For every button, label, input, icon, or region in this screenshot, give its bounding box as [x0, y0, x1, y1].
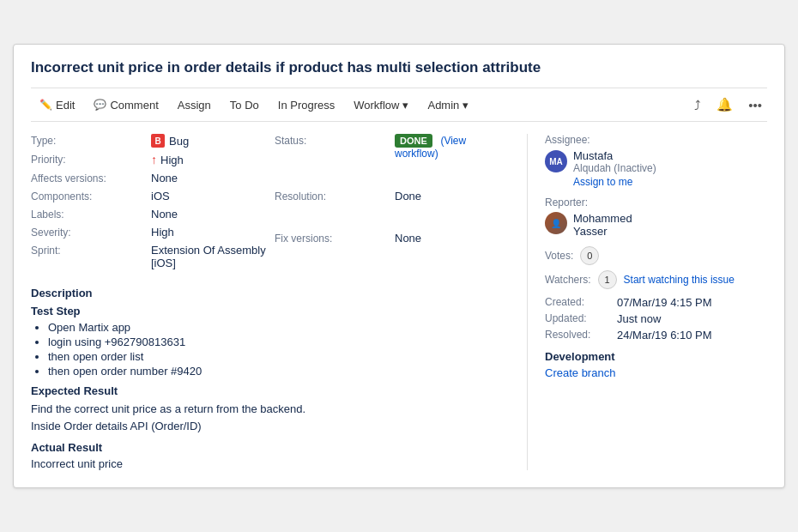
- resolved-row: Resolved: 24/Mar/19 6:10 PM: [545, 329, 767, 342]
- assignee-surname: Alqudah (Inactive): [573, 162, 656, 174]
- fix-value: None: [395, 232, 510, 269]
- type-value: B Bug: [151, 134, 266, 148]
- workflow-button[interactable]: Workflow ▾: [345, 95, 417, 115]
- development-section: Development Create branch: [545, 350, 767, 379]
- fix-label: Fix versions:: [275, 232, 386, 269]
- dates-section: Created: 07/Mar/19 4:15 PM Updated: Just…: [545, 296, 767, 342]
- votes-section: Votes: 0 Watchers: 1 Start watching this…: [545, 246, 767, 289]
- inprogress-button[interactable]: In Progress: [269, 95, 343, 115]
- comment-icon: 💬: [94, 99, 106, 111]
- start-watching-link[interactable]: Start watching this issue: [624, 274, 735, 286]
- toolbar-right: ⤴ 🔔 •••: [689, 94, 767, 116]
- list-item: login using +962790813631: [48, 336, 510, 348]
- edit-icon: ✏️: [39, 99, 52, 111]
- severity-label: Severity:: [31, 226, 142, 239]
- votes-row: Votes: 0: [545, 246, 767, 265]
- expected-text-1: Find the correct unit price as a return …: [31, 401, 510, 418]
- chevron-down-icon: ▾: [462, 99, 469, 112]
- feedback-button[interactable]: 🔔: [711, 94, 738, 116]
- affects-value: None: [151, 172, 266, 184]
- right-panel: Assignee: MA Mustafa Alqudah (Inactive) …: [527, 134, 767, 470]
- actual-heading: Actual Result: [31, 441, 510, 454]
- reporter-row: 👤 Mohammed Yasser: [545, 212, 767, 238]
- todo-button[interactable]: To Do: [221, 95, 268, 115]
- status-label: Status:: [275, 134, 386, 184]
- left-details: Type: B Bug Priority: ↑ High Affects ver…: [31, 134, 266, 269]
- admin-button[interactable]: Admin ▾: [419, 95, 477, 115]
- list-item: then open order list: [48, 350, 510, 363]
- chevron-down-icon: ▾: [402, 99, 408, 112]
- description-section: Description Test Step Open Martix app lo…: [31, 287, 510, 470]
- updated-row: Updated: Just now: [545, 312, 767, 325]
- edit-button[interactable]: ✏️ Edit: [31, 95, 83, 115]
- resolved-label: Resolved:: [545, 329, 614, 342]
- issue-title: Incorrect unit price in order details if…: [31, 58, 767, 77]
- toolbar: ✏️ Edit 💬 Comment Assign To Do In Progre…: [31, 88, 767, 122]
- more-button[interactable]: •••: [743, 94, 767, 116]
- assignee-row: MA Mustafa Alqudah (Inactive) Assign to …: [545, 149, 767, 188]
- reporter-surname: Yasser: [573, 225, 632, 238]
- bug-icon: B: [151, 134, 165, 148]
- reporter-avatar: 👤: [545, 212, 567, 234]
- details-section: Type: B Bug Priority: ↑ High Affects ver…: [31, 134, 510, 278]
- list-item: Open Martix app: [48, 321, 510, 334]
- expected-text-2: Inside Order details API (Order/ID): [31, 418, 510, 435]
- status-done-badge: DONE: [395, 134, 432, 148]
- votes-count: 0: [580, 246, 599, 265]
- assignee-name: Mustafa: [573, 149, 656, 162]
- labels-label: Labels:: [31, 208, 142, 221]
- assignee-avatar: MA: [545, 150, 567, 172]
- left-panel: Type: B Bug Priority: ↑ High Affects ver…: [31, 134, 527, 470]
- content-area: Type: B Bug Priority: ↑ High Affects ver…: [31, 134, 767, 470]
- assignee-info: Mustafa Alqudah (Inactive) Assign to me: [573, 149, 656, 188]
- right-details: Status: DONE (View workflow) Resolution:…: [275, 134, 510, 269]
- resolved-value: 24/Mar/19 6:10 PM: [617, 329, 767, 342]
- created-label: Created:: [545, 296, 614, 309]
- expected-heading: Expected Result: [31, 384, 510, 397]
- assign-me-link[interactable]: Assign to me: [573, 176, 656, 188]
- assignee-label: Assignee:: [545, 134, 767, 146]
- created-value: 07/Mar/19 4:15 PM: [617, 296, 767, 309]
- share-button[interactable]: ⤴: [689, 94, 706, 116]
- affects-label: Affects versions:: [31, 172, 142, 184]
- issue-card: Incorrect unit price in order details if…: [13, 44, 785, 488]
- watchers-label: Watchers:: [545, 274, 591, 286]
- resolution-label: Resolution:: [275, 190, 386, 227]
- list-item: then open order number #9420: [48, 365, 510, 378]
- reporter-name: Mohammed: [573, 212, 632, 225]
- development-heading: Development: [545, 350, 767, 363]
- type-label: Type:: [31, 134, 142, 148]
- description-heading: Description: [31, 287, 510, 299]
- labels-value: None: [151, 208, 266, 221]
- updated-value: Just now: [617, 312, 767, 325]
- votes-label: Votes:: [545, 250, 573, 262]
- priority-label: Priority:: [31, 153, 142, 166]
- comment-button[interactable]: 💬 Comment: [85, 95, 166, 115]
- reporter-section: Reporter: 👤 Mohammed Yasser: [545, 196, 767, 238]
- components-label: Components:: [31, 190, 142, 203]
- sprint-value: Extension Of Assembly [iOS]: [151, 244, 266, 269]
- sprint-label: Sprint:: [31, 244, 142, 269]
- create-branch-link[interactable]: Create branch: [545, 366, 767, 379]
- priority-arrow-icon: ↑: [151, 153, 157, 166]
- watchers-row: Watchers: 1 Start watching this issue: [545, 270, 767, 289]
- severity-value: High: [151, 226, 266, 239]
- components-value: iOS: [151, 190, 266, 203]
- priority-value: ↑ High: [151, 153, 266, 166]
- test-steps-list: Open Martix app login using +96279081363…: [31, 321, 510, 378]
- watchers-count: 1: [598, 270, 617, 289]
- teststep-heading: Test Step: [31, 305, 510, 317]
- assignee-section: Assignee: MA Mustafa Alqudah (Inactive) …: [545, 134, 767, 188]
- status-value: DONE (View workflow): [395, 134, 510, 184]
- resolution-value: Done: [395, 190, 510, 227]
- actual-text: Incorrect unit price: [31, 457, 510, 470]
- reporter-label: Reporter:: [545, 196, 767, 209]
- reporter-info: Mohammed Yasser: [573, 212, 632, 238]
- updated-label: Updated:: [545, 312, 614, 325]
- assign-button[interactable]: Assign: [169, 95, 220, 115]
- created-row: Created: 07/Mar/19 4:15 PM: [545, 296, 767, 309]
